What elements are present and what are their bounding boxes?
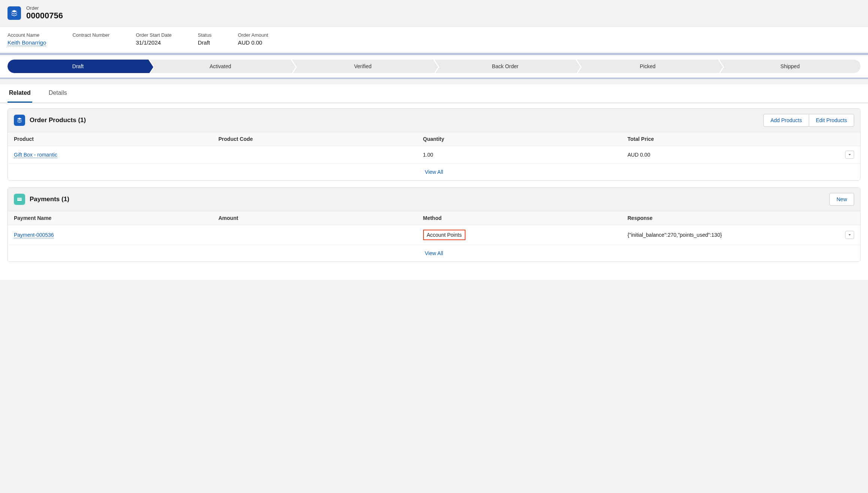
payments-card: Payments (1) New Payment Name Amount Met… <box>7 187 861 262</box>
total-price-cell: AUD 0.00 <box>621 146 839 164</box>
order-products-table: Product Product Code Quantity Total Pric… <box>8 132 860 164</box>
order-amount-value: AUD 0.00 <box>238 39 268 46</box>
payments-icon <box>14 194 25 205</box>
stage-verified[interactable]: Verified <box>292 60 433 73</box>
order-products-icon <box>14 115 25 126</box>
col-quantity: Quantity <box>417 132 622 146</box>
order-products-view-all[interactable]: View All <box>8 164 860 180</box>
status-label: Status <box>198 32 212 38</box>
order-start-date-value: 31/1/2024 <box>136 39 171 46</box>
col-amount: Amount <box>213 211 417 225</box>
payments-title: Payments (1) <box>30 196 69 203</box>
table-row: Payment-000536 Account Points {"initial_… <box>8 225 860 245</box>
col-product: Product <box>8 132 213 146</box>
stage-draft[interactable]: Draft <box>7 60 148 73</box>
payments-table: Payment Name Amount Method Response Paym… <box>8 211 860 245</box>
order-products-title: Order Products (1) <box>30 117 86 124</box>
method-cell: Account Points <box>423 230 465 240</box>
amount-cell <box>213 225 417 245</box>
order-icon <box>7 6 21 20</box>
row-actions-menu[interactable] <box>845 151 854 159</box>
product-link[interactable]: Gift Box - romantic <box>14 152 57 158</box>
table-row: Gift Box - romantic 1.00 AUD 0.00 <box>8 146 860 164</box>
status-value: Draft <box>198 39 212 46</box>
chevron-down-icon <box>848 153 851 156</box>
edit-products-button[interactable]: Edit Products <box>809 114 854 127</box>
stage-activated[interactable]: Activated <box>150 60 291 73</box>
stage-picked[interactable]: Picked <box>577 60 718 73</box>
account-name-link[interactable]: Keith Bonarrigo <box>7 39 46 46</box>
object-label: Order <box>26 5 63 11</box>
quantity-cell: 1.00 <box>417 146 622 164</box>
contract-number-label: Contract Number <box>72 32 109 38</box>
svg-rect-1 <box>17 199 22 199</box>
stage-back-order[interactable]: Back Order <box>435 60 576 73</box>
payments-view-all[interactable]: View All <box>8 245 860 261</box>
tab-related[interactable]: Related <box>7 84 32 103</box>
order-amount-label: Order Amount <box>238 32 268 38</box>
order-start-date-label: Order Start Date <box>136 32 171 38</box>
record-number: 00000756 <box>26 11 63 21</box>
product-code-cell <box>213 146 417 164</box>
row-actions-menu[interactable] <box>845 231 854 239</box>
payment-link[interactable]: Payment-000536 <box>14 232 54 238</box>
col-total-price: Total Price <box>621 132 839 146</box>
record-header: Order 00000756 <box>0 0 868 27</box>
account-name-label: Account Name <box>7 32 46 38</box>
col-method: Method <box>417 211 622 225</box>
add-products-button[interactable]: Add Products <box>763 114 809 127</box>
highlight-panel: Account Name Keith Bonarrigo Contract Nu… <box>0 27 868 54</box>
stage-shipped[interactable]: Shipped <box>720 60 861 73</box>
col-payment-name: Payment Name <box>8 211 213 225</box>
new-payment-button[interactable]: New <box>829 193 854 206</box>
col-response: Response <box>621 211 839 225</box>
chevron-down-icon <box>848 233 851 236</box>
tab-details[interactable]: Details <box>47 84 69 103</box>
response-cell: {"initial_balance":270,"points_used":130… <box>621 225 839 245</box>
path-wrap: Draft Activated Verified Back Order Pick… <box>0 54 868 79</box>
tab-strip: Related Details <box>0 84 868 103</box>
stage-path: Draft Activated Verified Back Order Pick… <box>7 60 861 73</box>
col-product-code: Product Code <box>213 132 417 146</box>
order-products-card: Order Products (1) Add Products Edit Pro… <box>7 108 861 181</box>
